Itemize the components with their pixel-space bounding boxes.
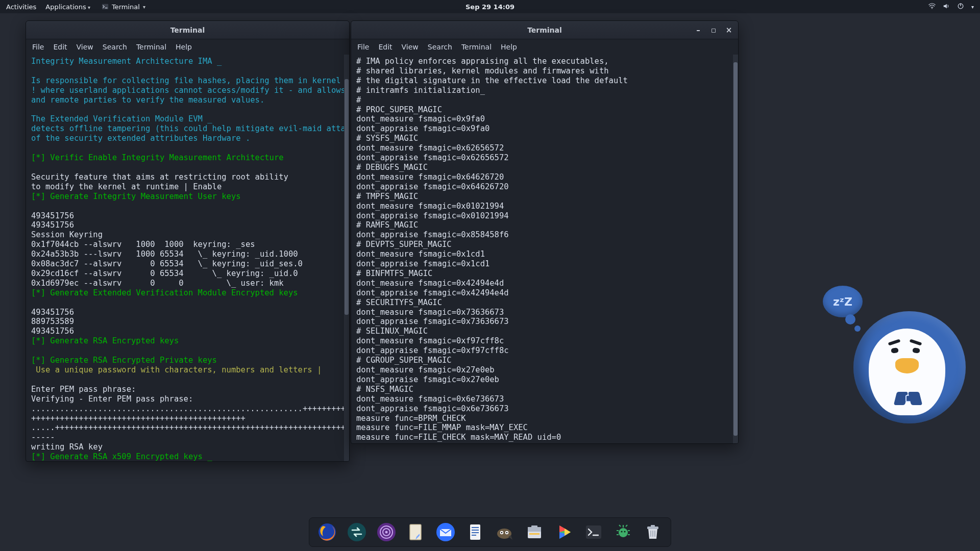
window-maximize-button[interactable]: ▫ [708,26,719,35]
terminal-line: measure func=FILE_CHECK mask=MAY_READ ui… [356,433,735,442]
applications-menu[interactable]: Applications [45,3,90,11]
terminal-line: # RAMFS_MAGIC [356,220,735,230]
menu-edit-right[interactable]: Edit [378,43,392,51]
terminal-line: dont_appraise fsmagic=0x1cd1 [356,259,735,269]
terminal-line: [*] Generate RSA Encrypted Private keys [31,356,346,365]
terminal-line: 0x08ac3dc7 --alswrv 0 65534 \_ keyring: … [31,259,346,269]
terminal-line: # SELINUX_MAGIC [356,327,735,336]
menu-edit-left[interactable]: Edit [53,43,67,51]
terminal-line: # IMA policy enforces appraising all the… [356,57,735,66]
trash-icon[interactable] [642,521,664,543]
terminal-icon [102,3,109,10]
document-icon[interactable] [464,521,486,543]
terminal-line: ++++++++++++++++++++++++++++++++++++++++… [31,414,346,423]
terminal-line [31,375,346,385]
terminal-line: dont_measure fsmagic=0xf97cff8c [356,336,735,346]
taskbar-terminal-button[interactable]: Terminal [100,3,148,11]
terminal-line: [*] Generate Extended Verification Modul… [31,288,346,298]
menu-view-left[interactable]: View [77,43,93,51]
svg-rect-21 [531,525,537,528]
scrollbar-thumb-right[interactable] [733,62,738,436]
svg-point-9 [385,531,388,534]
menu-terminal-right[interactable]: Terminal [461,43,492,51]
terminal-line: dont_appraise fsmagic=0x42494e4d [356,288,735,298]
terminal-line: dont_appraise fsmagic=0x27e0eb [356,375,735,385]
titlebar-right[interactable]: Terminal – ▫ × [351,21,738,39]
terminal-line: # SECURITYFS_MAGIC [356,298,735,308]
terminal-line: to modify the kernel at runtime | Enable [31,182,346,192]
terminal-line: Is responsible for collecting file hashe… [31,76,346,86]
terminal-line: 0x1d6979ec --alswrv 0 0 \_ user: kmk [31,279,346,288]
menu-help-left[interactable]: Help [176,43,192,51]
menu-file-right[interactable]: File [357,43,369,51]
terminal-window-left: Terminal File Edit View Search Terminal … [26,20,350,462]
terminal-line: dont_appraise fsmagic=0x9fa0 [356,124,735,134]
terminal-line: measure func=BPRM_CHECK [356,414,735,423]
scrollbar-thumb-left[interactable] [345,79,349,315]
scrollbar-right[interactable] [733,55,738,443]
window-minimize-button[interactable]: – [693,26,703,35]
svg-rect-10 [410,524,421,540]
terminal-line: Session Keyring [31,230,346,240]
files-icon[interactable] [524,521,545,543]
volume-icon[interactable] [943,3,950,11]
svg-rect-22 [529,533,540,535]
terminal-line: The Extended Verification Module EVM _ [31,114,346,124]
terminal-line: 0x29cd16cf --alswrv 0 65534 \_ keyring: … [31,269,346,279]
editor-icon[interactable] [405,521,427,543]
terminal-icon[interactable] [583,521,604,543]
menu-search-right[interactable]: Search [428,43,452,51]
terminal-line: writing RSA key [31,442,346,452]
window-close-button[interactable]: × [724,26,734,35]
terminal-output-right[interactable]: # IMA policy enforces appraising all the… [351,55,738,443]
terminal-line: Verifying - Enter PEM pass phrase: [31,394,346,404]
firefox-icon[interactable] [316,521,338,543]
terminal-line [31,298,346,308]
dock [309,517,671,547]
titlebar-left[interactable]: Terminal [26,21,349,39]
top-bar: Activities Applications Terminal Sep 29 … [0,0,980,13]
terminal-line [31,143,346,153]
swap-icon[interactable] [346,521,368,543]
taskbar-terminal-label: Terminal [112,3,140,11]
play-icon[interactable] [553,521,575,543]
menu-search-left[interactable]: Search [103,43,127,51]
wifi-icon[interactable] [928,3,936,11]
terminal-line: Enter PEM pass phrase: [31,385,346,394]
terminal-line: dont_measure fsmagic=0x6e736673 [356,394,735,404]
terminal-output-left[interactable]: Integrity Measurement Architecture IMA _… [26,55,349,461]
menu-terminal-left[interactable]: Terminal [136,43,166,51]
menu-file-left[interactable]: File [32,43,44,51]
mail-icon[interactable] [435,521,456,543]
menu-help-right[interactable]: Help [501,43,517,51]
gimp-icon[interactable] [494,521,516,543]
terminal-line: ----- [31,433,346,442]
terminal-line: dont_appraise fsmagic=0x62656572 [356,153,735,163]
clock[interactable]: Sep 29 14:09 [465,3,514,11]
terminal-line: dont_measure fsmagic=0x01021994 [356,202,735,211]
mascot-body [853,311,966,423]
terminal-line: # NSFS_MAGIC [356,385,735,394]
svg-point-17 [501,532,503,534]
settings-bug-icon[interactable] [612,521,634,543]
svg-point-1 [932,8,933,9]
terminal-line: # TMPFS_MAGIC [356,192,735,202]
activities-button[interactable]: Activities [6,3,36,11]
tor-icon[interactable] [376,521,397,543]
terminal-line: # shared libraries, kernel modules and f… [356,66,735,76]
power-icon[interactable] [957,3,964,11]
terminal-line: ! where userland applications cannot acc… [31,86,346,95]
chevron-down-icon[interactable]: ▾ [971,4,974,10]
terminal-line: dont_appraise fsmagic=0x01021994 [356,211,735,221]
terminal-line: 493451756 [31,220,346,230]
terminal-line: dont_appraise fsmagic=0x858458f6 [356,230,735,240]
menu-view-right[interactable]: View [402,43,419,51]
terminal-line: dont_measure fsmagic=0x42494e4d [356,279,735,288]
terminal-line: [*] Verific Enable Integrity Measurement… [31,153,346,163]
scrollbar-left[interactable] [344,55,349,461]
terminal-line [31,105,346,115]
terminal-line: dont_measure fsmagic=0x27e0eb [356,365,735,375]
terminal-line: dont_appraise fsmagic=0xf97cff8c [356,346,735,356]
menubar-left: File Edit View Search Terminal Help [26,39,349,55]
terminal-line: measure func=FILE_MMAP mask=MAY_EXEC [356,423,735,433]
